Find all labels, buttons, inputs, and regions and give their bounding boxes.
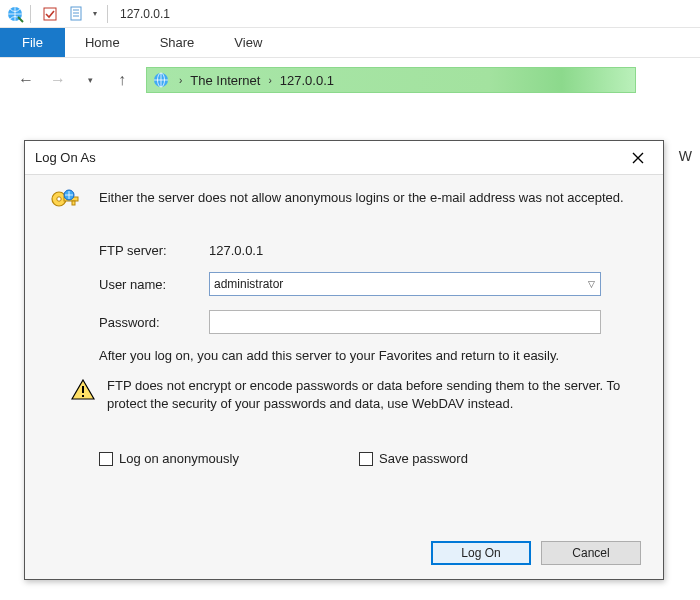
navigation-row: ← → ▾ ↑ › The Internet › 127.0.0.1 [0,58,700,102]
dialog-title: Log On As [35,150,96,165]
logon-dialog: Log On As Either the server does not all… [24,140,664,580]
cancel-button[interactable]: Cancel [541,541,641,565]
qat-checkbox-icon[interactable] [39,3,61,25]
after-logon-message: After you log on, you can add this serve… [99,348,641,363]
svg-point-9 [57,197,61,201]
tab-view[interactable]: View [214,28,282,57]
anonymous-checkbox[interactable]: Log on anonymously [99,451,239,466]
username-value: administrator [214,277,283,291]
ftp-server-label: FTP server: [99,243,209,258]
tab-file[interactable]: File [0,28,65,57]
logon-button[interactable]: Log On [431,541,531,565]
username-label: User name: [99,277,209,292]
password-input[interactable] [209,310,601,334]
dialog-titlebar: Log On As [25,141,663,175]
internet-icon [151,70,171,90]
password-label: Password: [99,315,209,330]
separator [30,5,31,23]
qat-properties-icon[interactable] [65,3,87,25]
save-password-label: Save password [379,451,468,466]
warning-icon [71,379,95,401]
window-titlebar: ▾ 127.0.0.1 [0,0,700,28]
nav-recent-dropdown[interactable]: ▾ [78,68,102,92]
warning-message: FTP does not encrypt or encode passwords… [107,377,627,413]
checkbox-icon [99,452,113,466]
keys-icon [47,187,83,223]
checkbox-icon [359,452,373,466]
dialog-message: Either the server does not allow anonymo… [99,187,624,207]
save-password-checkbox[interactable]: Save password [359,451,468,466]
breadcrumb-root[interactable]: The Internet [186,73,264,88]
nav-back-button[interactable]: ← [14,68,38,92]
nav-up-button[interactable]: ↑ [110,68,134,92]
qat-dropdown-icon[interactable]: ▾ [93,9,97,18]
separator [107,5,108,23]
svg-rect-1 [44,8,56,20]
window-title: 127.0.0.1 [120,7,170,21]
anonymous-label: Log on anonymously [119,451,239,466]
dialog-body: Either the server does not allow anonymo… [25,175,663,579]
tab-share[interactable]: Share [140,28,215,57]
partial-letter: W [679,148,692,164]
nav-forward-button[interactable]: → [46,68,70,92]
chevron-down-icon[interactable]: ▽ [582,279,600,289]
svg-rect-11 [72,201,75,205]
svg-rect-13 [82,386,84,393]
tab-home[interactable]: Home [65,28,140,57]
address-bar[interactable]: › The Internet › 127.0.0.1 [146,67,636,93]
chevron-right-icon: › [175,75,186,86]
chevron-right-icon: › [264,75,275,86]
breadcrumb-leaf[interactable]: 127.0.0.1 [276,73,338,88]
ftp-server-value: 127.0.0.1 [209,243,263,258]
close-button[interactable] [623,146,653,170]
app-icon [4,3,26,25]
username-combobox[interactable]: administrator ▽ [209,272,601,296]
svg-rect-14 [82,395,84,397]
ribbon-tabs: File Home Share View [0,28,700,58]
